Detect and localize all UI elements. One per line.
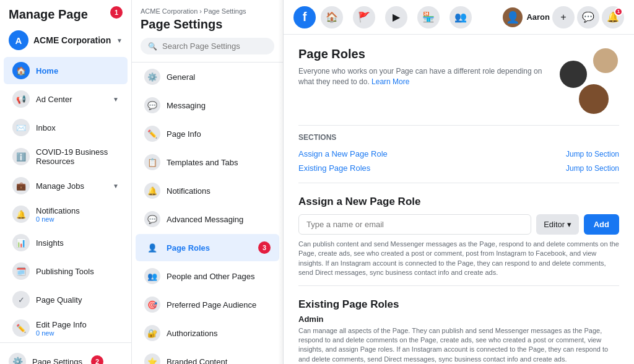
notification-dot: 1 <box>614 7 623 16</box>
edit-page-info-subtext: 0 new <box>36 329 87 337</box>
cluster-avatar-2 <box>558 59 588 89</box>
expand-icon: ▼ <box>113 96 119 103</box>
people-nav-icon[interactable]: 👥 <box>449 6 472 28</box>
sidebar-item-covid-label: COVID-19 Business Resources <box>36 147 119 166</box>
general-icon: ⚙️ <box>144 69 160 85</box>
role-category-label: Admin <box>298 314 619 324</box>
settings-nav-page-info[interactable]: ✏️ Page Info <box>136 120 279 147</box>
manage-page-badge: 1 <box>110 6 123 19</box>
settings-nav-people[interactable]: 👥 People and Other Pages <box>136 262 279 290</box>
sidebar-item-ad-center[interactable]: 📢 Ad Center ▼ <box>4 85 128 113</box>
authorizations-icon: 🔐 <box>144 325 160 341</box>
store-nav-icon[interactable]: 🏪 <box>417 6 440 28</box>
settings-nav-page-roles-label: Page Roles <box>167 243 210 253</box>
top-nav-center: 🏠 🚩 ▶ 🏪 👥 <box>321 6 472 28</box>
page-roles-text-block: Page Roles Everyone who works on your Pa… <box>298 47 545 87</box>
sidebar-item-insights[interactable]: 📊 Insights <box>4 229 128 256</box>
sidebar-item-page-quality[interactable]: ✓ Page Quality <box>4 286 128 313</box>
advanced-messaging-icon: 💬 <box>144 211 160 227</box>
notifications-icon: 🔔 <box>12 206 30 223</box>
editor-dropdown-button[interactable]: Editor ▾ <box>536 214 579 235</box>
user-info[interactable]: 👤 Aaron <box>503 7 550 27</box>
role-category-description: Can manage all aspects of the Page. They… <box>298 326 619 364</box>
section-link-row-2: Existing Page Roles Jump to Section <box>298 161 619 175</box>
learn-more-link[interactable]: Learn More <box>371 77 409 86</box>
section-link-row-1: Assign a New Page Role Jump to Section <box>298 147 619 161</box>
notif-icon: 🔔 <box>144 183 160 199</box>
chevron-down-icon: ▼ <box>116 37 123 44</box>
page-settings-label: Page Settings <box>32 357 82 365</box>
notification-button[interactable]: 🔔 1 <box>602 6 624 28</box>
settings-nav-preferred-audience[interactable]: 🎯 Preferred Page Audience <box>136 291 279 318</box>
sidebar-item-edit-page-info[interactable]: ✏️ Edit Page Info 0 new <box>4 314 128 342</box>
home-icon: 🏠 <box>12 62 30 79</box>
home-nav-icon[interactable]: 🏠 <box>321 6 343 28</box>
settings-nav-templates[interactable]: 📋 Templates and Tabs <box>136 149 279 176</box>
play-nav-icon[interactable]: ▶ <box>385 6 407 28</box>
page-name: ACME Corporation <box>33 35 111 45</box>
main-content: Page Roles Everyone who works on your Pa… <box>284 35 634 364</box>
gear-icon: ⚙️ <box>9 353 26 364</box>
sidebar-item-covid[interactable]: ℹ️ COVID-19 Business Resources <box>4 142 128 171</box>
settings-nav-notifications-label: Notifications <box>167 186 211 196</box>
search-settings-input[interactable] <box>162 41 267 51</box>
page-roles-header: Page Roles Everyone who works on your Pa… <box>298 47 619 115</box>
sidebar-item-publishing-tools-label: Publishing Tools <box>36 267 94 276</box>
sidebar-item-publishing-tools[interactable]: 🗓️ Publishing Tools <box>4 258 128 285</box>
messenger-button[interactable]: 💬 <box>577 6 599 28</box>
insights-icon: 📊 <box>12 234 30 251</box>
sections-label: Sections <box>298 133 619 142</box>
branded-content-icon: ⭐ <box>144 353 160 364</box>
sidebar-item-notifications[interactable]: 🔔 Notifications 0 new <box>4 201 128 228</box>
page-settings-nav[interactable]: ⚙️ Page Settings 2 <box>0 348 131 364</box>
add-button[interactable]: + <box>552 6 575 28</box>
settings-nav-notifications[interactable]: 🔔 Notifications <box>136 177 279 204</box>
notifications-subtext: 0 new <box>36 215 80 223</box>
settings-nav-branded-content[interactable]: ⭐ Branded Content <box>136 348 279 364</box>
settings-nav-authorizations-label: Authorizations <box>167 329 217 338</box>
assign-name-input[interactable] <box>298 214 531 235</box>
sidebar-item-manage-jobs[interactable]: 💼 Manage Jobs ▼ <box>4 172 128 199</box>
middle-sidebar: ACME Corporation › Page Settings Page Se… <box>132 0 284 364</box>
sidebar-item-page-quality-label: Page Quality <box>36 295 82 305</box>
breadcrumb: ACME Corporation › Page Settings <box>141 7 274 15</box>
settings-nav-advanced-messaging-label: Advanced Messaging <box>167 215 243 224</box>
flag-nav-icon[interactable]: 🚩 <box>353 6 375 28</box>
top-nav: f 🏠 🚩 ▶ 🏪 👥 👤 Aaron + 💬 🔔 1 <box>284 0 634 35</box>
assign-description: Can publish content and send Messenger m… <box>298 240 619 278</box>
messaging-icon: 💬 <box>144 97 160 113</box>
settings-nav-templates-label: Templates and Tabs <box>167 158 238 167</box>
settings-nav-preferred-audience-label: Preferred Page Audience <box>167 300 256 310</box>
sidebar-item-home-label: Home <box>36 66 58 76</box>
page-roles-description: Everyone who works on your Page can have… <box>298 66 545 87</box>
divider-1 <box>298 125 619 126</box>
page-identity[interactable]: A ACME Corporation ▼ <box>0 27 131 56</box>
settings-nav-messaging-label: Messaging <box>167 101 206 110</box>
sidebar-item-inbox-label: Inbox <box>36 123 56 132</box>
settings-nav-general[interactable]: ⚙️ General <box>136 63 279 90</box>
settings-nav-messaging[interactable]: 💬 Messaging <box>136 92 279 119</box>
sidebar-item-home[interactable]: 🏠 Home <box>4 57 128 84</box>
preferred-audience-icon: 🎯 <box>144 297 160 313</box>
existing-roles-jump-link[interactable]: Jump to Section <box>566 164 619 173</box>
existing-section: Existing Page Roles Admin Can manage all… <box>298 298 619 364</box>
sidebar-item-inbox[interactable]: ✉️ Inbox <box>4 114 128 141</box>
existing-roles-section-link[interactable]: Existing Page Roles <box>298 163 370 173</box>
page-avatar: A <box>9 30 28 50</box>
add-role-button[interactable]: Add <box>584 214 619 235</box>
assign-role-section-link[interactable]: Assign a New Page Role <box>298 149 388 158</box>
templates-icon: 📋 <box>144 154 160 170</box>
settings-nav-advanced-messaging[interactable]: 💬 Advanced Messaging <box>136 206 279 233</box>
sidebar-item-ad-center-label: Ad Center <box>36 95 72 104</box>
expand-icon-2: ▼ <box>113 183 119 189</box>
publishing-tools-icon: 🗓️ <box>12 262 30 280</box>
user-name: Aaron <box>526 12 550 22</box>
page-info-icon: ✏️ <box>144 126 160 142</box>
assign-role-jump-link[interactable]: Jump to Section <box>566 150 619 158</box>
left-sidebar: Manage Page 1 A ACME Corporation ▼ 🏠 Hom… <box>0 0 132 364</box>
settings-nav-authorizations[interactable]: 🔐 Authorizations <box>136 319 279 347</box>
search-settings-container[interactable]: 🔍 <box>141 38 274 54</box>
facebook-logo[interactable]: f <box>293 6 316 28</box>
people-icon: 👥 <box>144 268 160 284</box>
settings-nav-page-roles[interactable]: 👤 Page Roles 3 <box>136 234 279 261</box>
